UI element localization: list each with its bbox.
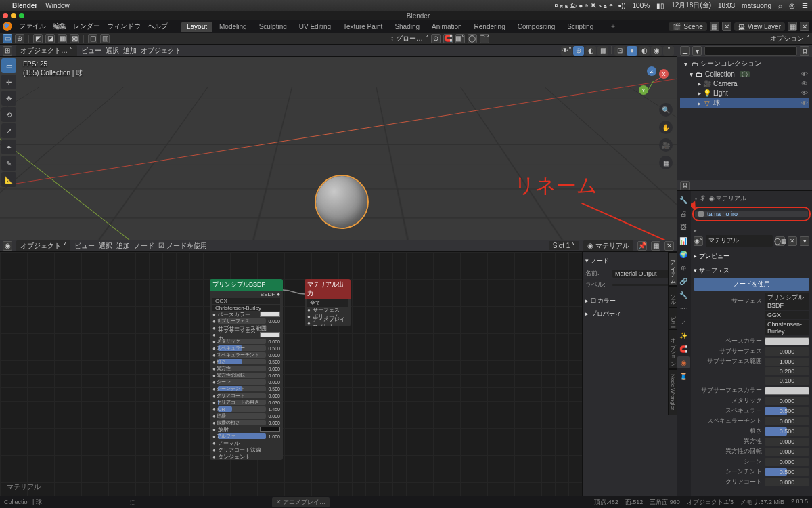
shading-rendered[interactable]: ◉	[651, 46, 662, 56]
props-tab-13[interactable]: 🧵	[677, 370, 690, 382]
vp-menu-select[interactable]: 選択	[106, 46, 119, 56]
material-selector[interactable]: ◉ マテリアル	[583, 240, 633, 251]
select-mode-2[interactable]: ◪	[45, 34, 55, 43]
transform-tool[interactable]: ✦	[1, 140, 16, 154]
menubar-icons[interactable]: ◧ ⌘ ▣ ⎙ ● ◎ ✳ ⌁ ⏏ ᯤ ◀))	[554, 2, 625, 9]
rotate-tool[interactable]: ⟲	[1, 107, 16, 122]
annotate-tool[interactable]: ✎	[1, 156, 16, 171]
bsdf-input[interactable]: ● シーンチント0.500	[210, 385, 283, 392]
material-unlink[interactable]: ✕	[788, 236, 797, 246]
vp-menu-object[interactable]: オブジェクト	[141, 46, 181, 56]
vp-menu-add[interactable]: 追加	[123, 46, 137, 56]
props-tab-12[interactable]: ◉	[677, 356, 690, 368]
workspace-tab-uv editing[interactable]: UV Editing	[294, 22, 336, 32]
options-dropdown[interactable]: オプション ˅	[770, 34, 809, 43]
bsdf-input[interactable]: ● 伝播0.000	[210, 412, 283, 419]
ne-menu-view[interactable]: ビュー	[74, 241, 95, 251]
material-slot-name[interactable]: tama no iro	[707, 211, 738, 217]
material-property[interactable]: サブサーフェス範囲1.000	[694, 356, 809, 366]
outliner-item[interactable]: ▾ 🗀 Collection◯👁	[680, 69, 809, 79]
workspace-tab-animation[interactable]: Animation	[426, 22, 467, 32]
material-property[interactable]: 粗さ0.500	[694, 426, 809, 436]
bsdf-input[interactable]: ● IOR1.450	[210, 406, 283, 412]
bsdf-input[interactable]: ● 放射	[210, 426, 283, 433]
viewlayer-new-button[interactable]: ▦	[788, 22, 797, 31]
ortho-toggle-button[interactable]: ▦	[659, 156, 673, 169]
time[interactable]: 18:03	[718, 2, 735, 9]
shading-dropdown[interactable]: ˅	[663, 46, 674, 56]
workspace-tab-layout[interactable]: Layout	[181, 22, 212, 32]
vp-menu-view[interactable]: ビュー	[81, 46, 102, 56]
bsdf-input[interactable]: ● タンジェント	[210, 453, 283, 460]
mat-unlink-button[interactable]: ✕	[664, 241, 674, 251]
bsdf-input[interactable]: ● クリアコート0.000	[210, 392, 283, 399]
close-window-button[interactable]	[3, 13, 8, 18]
control-center-icon[interactable]: ☰	[802, 2, 808, 9]
scene-new-button[interactable]: ▦	[710, 22, 719, 31]
workspace-tab-compositing[interactable]: Compositing	[512, 22, 561, 32]
outliner-root[interactable]: ▾🗀 シーンコレクション	[680, 58, 809, 69]
use-nodes-button[interactable]: ノードを使用	[694, 278, 809, 291]
mode-selector[interactable]: オブジェクト… ˅	[16, 45, 77, 56]
props-tab-0[interactable]: 🔧	[677, 194, 690, 206]
scene-selector[interactable]: 🎬 Scene	[669, 22, 706, 31]
bsdf-input[interactable]: ● 異方性の回転0.000	[210, 372, 283, 379]
node-name-field[interactable]: Material Output	[612, 270, 674, 278]
workspace-tab-modeling[interactable]: Modeling	[214, 22, 252, 32]
material-name-field[interactable]: マテリアル	[706, 235, 773, 247]
props-tab-10[interactable]: ✨	[677, 329, 690, 341]
props-tab-2[interactable]: 🖼	[677, 221, 690, 233]
3d-viewport[interactable]: ▭ ✛ ✥ ⟲ ⤢ ✦ ✎ 📐 FPS: 25 (155) Collection…	[0, 57, 677, 240]
material-property[interactable]: 0.100	[694, 376, 809, 385]
cursor-tool-icon[interactable]: ⊕	[15, 34, 24, 43]
ne-menu-add[interactable]: 追加	[116, 241, 130, 251]
material-property[interactable]: サブサーフェス0.000	[694, 346, 809, 356]
select-mode-6[interactable]: ▥	[100, 34, 110, 43]
snap-type[interactable]: ▦˅	[455, 34, 465, 43]
material-browse-button[interactable]: ◉˅	[694, 236, 703, 246]
transform-orientation[interactable]: ↕ グロー… ˅	[390, 34, 428, 43]
props-tab-4[interactable]: 🌍	[677, 248, 690, 260]
sss-method-dd[interactable]: Christensen-Burley	[765, 320, 809, 335]
ne-menu-select[interactable]: 選択	[99, 241, 112, 251]
ntab-tool[interactable]: ツール	[668, 286, 677, 308]
workspace-tab-texture paint[interactable]: Texture Paint	[338, 22, 388, 32]
z-axis-handle[interactable]: Z	[647, 66, 656, 76]
select-mode-1[interactable]: ◩	[33, 34, 43, 43]
workspace-tab-rendering[interactable]: Rendering	[469, 22, 511, 32]
workspace-tab-scripting[interactable]: Scripting	[562, 22, 599, 32]
material-users[interactable]: ◯▦	[775, 236, 785, 246]
username[interactable]: matsuong	[742, 2, 771, 9]
material-property[interactable]: 異方性0.000	[694, 436, 809, 446]
outliner-item[interactable]: ▸ 🎥 Camera👁	[680, 79, 809, 88]
editor-type-icon[interactable]: ⊞	[3, 46, 12, 56]
shading-matprev[interactable]: ◐	[639, 46, 650, 56]
ntab-item[interactable]: アイテム	[668, 252, 677, 286]
add-workspace-button[interactable]: ＋	[606, 20, 621, 33]
props-tab-8[interactable]: 〰	[677, 302, 690, 314]
material-property[interactable]: シーン0.000	[694, 457, 809, 467]
x-axis-handle[interactable]: X	[659, 69, 669, 79]
gizmo-toggle[interactable]: ⊕	[573, 46, 584, 56]
props-tab-11[interactable]: 🧲	[677, 343, 690, 355]
material-property[interactable]: メタリック0.000	[694, 396, 809, 406]
material-property[interactable]: 異方性の回転0.000	[694, 446, 809, 457]
props-tab-9[interactable]: ⊿	[677, 316, 690, 328]
pivot-icon[interactable]: ⊙	[431, 34, 441, 43]
shading-wireframe[interactable]: ⊡	[614, 46, 625, 56]
props-tab-5[interactable]: ⊕	[677, 261, 690, 274]
material-options[interactable]: ▾	[800, 236, 809, 246]
menu-render[interactable]: レンダー	[73, 22, 100, 31]
principled-bsdf-node[interactable]: プリンシプルBSDF BSDF ● GGX Christensen-Burley…	[210, 279, 283, 460]
material-output-node[interactable]: マテリアル出力 全て ● サーフェス ● ボリューム ● ディスプレイスメント	[304, 279, 351, 326]
outliner-display-mode[interactable]: ▾	[692, 46, 702, 56]
outliner-type-icon[interactable]: ☰	[680, 46, 690, 56]
select-box-tool[interactable]: ▭	[1, 58, 16, 73]
bsdf-input[interactable]: ● スペキュラーチント0.000	[210, 352, 283, 358]
prop-edit-type[interactable]: ⌒˅	[480, 34, 489, 43]
material-property[interactable]: スペキュラー0.500	[694, 406, 809, 416]
ntab-options[interactable]: オプション	[668, 329, 677, 369]
xray-toggle[interactable]: ▦	[597, 46, 608, 56]
props-editor-icon[interactable]: ⚙	[680, 181, 690, 190]
mac-menu-window[interactable]: Window	[45, 2, 70, 9]
